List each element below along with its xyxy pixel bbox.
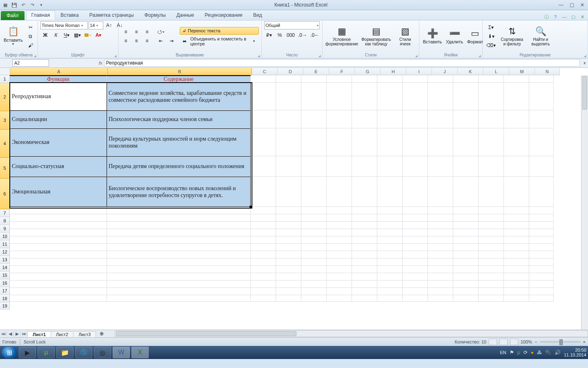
cell-G12[interactable] [352, 244, 377, 251]
file-tab[interactable]: Файл [1, 11, 24, 20]
cell-D4[interactable] [276, 128, 301, 156]
tray-utorrent-icon[interactable]: µ [517, 350, 520, 355]
number-format-combo[interactable]: Общий▾ [264, 21, 320, 29]
sheet-tab-Лист2[interactable]: Лист2 [51, 331, 74, 337]
cell-K9[interactable] [453, 222, 479, 229]
cell-D5[interactable] [276, 156, 301, 177]
cell-H1[interactable] [377, 75, 403, 83]
cell-E1[interactable] [301, 75, 327, 83]
tray-action-center-icon[interactable]: ⚑ [510, 350, 514, 355]
name-box[interactable]: A2 [12, 59, 49, 67]
cell-C3[interactable] [251, 110, 276, 128]
row-header-15[interactable]: 15 [0, 272, 10, 279]
cell-G9[interactable] [352, 222, 377, 229]
col-header-K[interactable]: K [458, 68, 483, 75]
cell-A4[interactable]: Экономическая [10, 128, 107, 156]
col-header-M[interactable]: M [509, 68, 535, 75]
col-header-B[interactable]: B [108, 68, 252, 75]
cell-M14[interactable] [504, 258, 529, 266]
cell-D19[interactable] [276, 295, 301, 302]
cell-C18[interactable] [251, 288, 276, 295]
cell-K1[interactable] [453, 75, 479, 83]
cell-J15[interactable] [428, 266, 453, 273]
sheet-tab-Лист3[interactable]: Лист3 [73, 331, 96, 337]
cell-H4[interactable] [377, 128, 403, 156]
conditional-formatting-button[interactable]: ▦Условное форматирование [325, 22, 359, 51]
merge-dropdown-icon[interactable]: ▾ [249, 37, 259, 45]
cell-D12[interactable] [276, 244, 301, 251]
cell-M11[interactable] [504, 236, 529, 244]
cell-C7[interactable] [251, 207, 276, 214]
cell-C12[interactable] [251, 244, 276, 251]
cell-L7[interactable] [479, 207, 504, 214]
cell-A8[interactable] [10, 214, 107, 222]
cell-F18[interactable] [327, 288, 352, 295]
cell-N12[interactable] [529, 244, 554, 251]
cell-F19[interactable] [327, 295, 352, 302]
cell-A14[interactable] [10, 258, 107, 266]
select-all-corner[interactable] [0, 68, 10, 75]
tray-update-icon[interactable]: ⟳ [523, 350, 528, 355]
cell-J10[interactable] [428, 229, 453, 236]
cell-L19[interactable] [479, 295, 504, 302]
cell-I16[interactable] [403, 273, 428, 280]
cell-B1[interactable]: Содержание [107, 75, 251, 83]
undo-icon[interactable]: ↶ [20, 1, 27, 9]
cell-K13[interactable] [453, 251, 479, 258]
row-header-2[interactable]: 2 [0, 83, 10, 111]
cell-H17[interactable] [377, 280, 403, 288]
cell-L10[interactable] [479, 229, 504, 236]
cell-B10[interactable] [107, 229, 251, 236]
cell-D7[interactable] [276, 207, 301, 214]
cell-H6[interactable] [377, 177, 403, 207]
cell-C4[interactable] [251, 128, 276, 156]
col-header-N[interactable]: N [535, 68, 560, 75]
cell-I18[interactable] [403, 288, 428, 295]
align-right-icon[interactable]: ≡ [142, 37, 152, 45]
cell-I17[interactable] [403, 280, 428, 288]
cell-F13[interactable] [327, 251, 352, 258]
sheet-nav-prev-icon[interactable]: ◀ [7, 331, 14, 337]
thousands-icon[interactable]: 000 [285, 31, 296, 39]
cell-J4[interactable] [428, 128, 453, 156]
cell-K17[interactable] [453, 280, 479, 288]
underline-button[interactable]: Ч▾ [62, 31, 71, 39]
cell-L16[interactable] [479, 273, 504, 280]
cell-N13[interactable] [529, 251, 554, 258]
cell-B18[interactable] [107, 288, 251, 295]
cell-K6[interactable] [453, 177, 479, 207]
cell-J5[interactable] [428, 156, 453, 177]
cell-M12[interactable] [504, 244, 529, 251]
cell-J7[interactable] [428, 207, 453, 214]
cell-A16[interactable] [10, 273, 107, 280]
cell-E19[interactable] [301, 295, 327, 302]
border-button[interactable]: ▦▾ [72, 31, 82, 39]
cell-K18[interactable] [453, 288, 479, 295]
cell-E2[interactable] [301, 83, 327, 110]
cell-J18[interactable] [428, 288, 453, 295]
cell-G2[interactable] [352, 83, 377, 110]
col-header-F[interactable]: F [329, 68, 355, 75]
cell-N5[interactable] [529, 156, 554, 177]
cell-E14[interactable] [301, 258, 327, 266]
cell-A10[interactable] [10, 229, 107, 236]
row-header-11[interactable]: 11 [0, 240, 10, 248]
cell-A7[interactable] [10, 207, 107, 214]
cell-J12[interactable] [428, 244, 453, 251]
cell-J1[interactable] [428, 75, 453, 83]
italic-button[interactable]: К [51, 31, 61, 39]
taskbar-explorer-icon[interactable]: 📁 [56, 347, 74, 358]
row-header-10[interactable]: 10 [0, 233, 10, 240]
taskbar-utorrent-icon[interactable]: µ [38, 347, 55, 358]
cell-H8[interactable] [377, 214, 403, 222]
cell-I11[interactable] [403, 236, 428, 244]
cell-J3[interactable] [428, 110, 453, 128]
row-header-8[interactable]: 8 [0, 217, 10, 225]
cell-D16[interactable] [276, 273, 301, 280]
cell-H5[interactable] [377, 156, 403, 177]
sort-filter-button[interactable]: ⇅Сортировка и фильтр [499, 22, 526, 51]
cell-I8[interactable] [403, 214, 428, 222]
cell-styles-button[interactable]: ▧Стили ячеек [394, 22, 416, 51]
cell-B16[interactable] [107, 273, 251, 280]
cell-K7[interactable] [453, 207, 479, 214]
